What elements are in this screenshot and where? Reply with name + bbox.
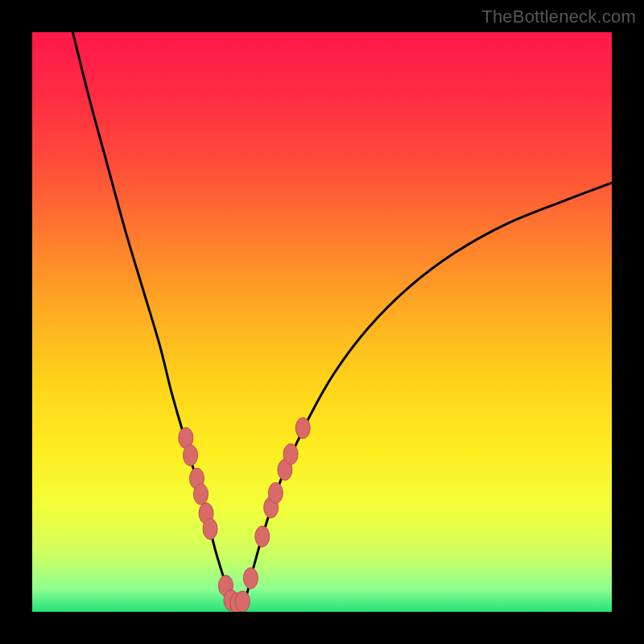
data-marker [268, 482, 283, 503]
data-marker [243, 568, 258, 588]
gradient-background [32, 32, 612, 612]
data-marker [295, 418, 310, 439]
data-marker [283, 444, 298, 464]
chart-svg [32, 32, 612, 612]
data-marker [235, 591, 250, 612]
data-marker [203, 518, 217, 539]
watermark-text: TheBottleneck.com [481, 6, 636, 27]
chart-container: TheBottleneck.com [0, 0, 644, 644]
plot-area [32, 32, 612, 612]
data-marker [194, 484, 208, 505]
data-marker [255, 526, 270, 547]
data-marker [184, 445, 198, 466]
